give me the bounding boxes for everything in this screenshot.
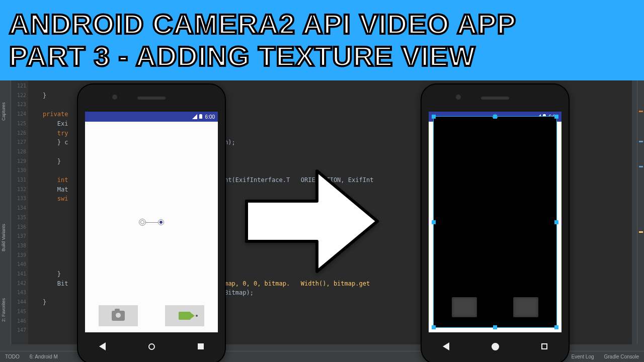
battery-icon: [199, 114, 204, 119]
todo-button[interactable]: TODO: [5, 354, 20, 359]
nav-home-icon[interactable]: [148, 343, 155, 350]
placeholder-button[interactable]: [513, 297, 538, 317]
nav-home-icon[interactable]: [492, 343, 499, 350]
camera-icon: [112, 311, 125, 321]
title-line-2: PART 3 - ADDING TEXTURE VIEW: [9, 40, 644, 72]
resize-handle[interactable]: [554, 115, 558, 119]
phone-screen-after: 6:00: [429, 112, 561, 332]
phone-front-camera: [456, 95, 461, 100]
nav-back-icon[interactable]: [443, 342, 449, 350]
code-line: try: [28, 130, 68, 137]
arrow-icon: [242, 166, 382, 277]
android-monitor-button[interactable]: 6: Android M: [30, 354, 58, 359]
nav-recent-icon[interactable]: [198, 343, 204, 349]
code-line: int: [28, 176, 68, 184]
code-line: }: [28, 158, 61, 165]
phone-speaker: [137, 97, 166, 100]
resize-handle[interactable]: [432, 325, 436, 329]
svg-rect-1: [199, 115, 202, 119]
phone-front-camera: [112, 95, 117, 100]
line-number-gutter: 121 122 123 124 125 126 127 128 129 130 …: [11, 80, 28, 344]
code-line: swi: [28, 195, 68, 202]
code-line: }: [28, 92, 46, 99]
constraint-anchor-icon[interactable]: [158, 219, 164, 225]
title-line-1: ANDROID CAMERA2 API VIDEO APP: [9, 8, 644, 40]
android-nav-bar: [422, 338, 569, 354]
svg-rect-5: [543, 114, 545, 115]
signal-icon: [192, 114, 197, 119]
gradle-console-button[interactable]: Gradle Console: [604, 354, 639, 359]
svg-marker-6: [247, 171, 377, 272]
video-icon: [179, 312, 191, 320]
resize-handle[interactable]: [432, 115, 436, 119]
title-banner: ANDROID CAMERA2 API VIDEO APP PART 3 - A…: [0, 0, 644, 80]
video-button[interactable]: [165, 305, 204, 326]
resize-handle[interactable]: [493, 115, 497, 119]
event-log-button[interactable]: Event Log: [571, 354, 594, 359]
camera-button[interactable]: [99, 305, 138, 326]
resize-handle[interactable]: [554, 220, 558, 224]
code-line: Exi: [28, 120, 68, 127]
svg-marker-0: [192, 114, 197, 119]
resize-handle[interactable]: [493, 325, 497, 329]
phone-preview-after: 6:00: [422, 84, 569, 362]
captures-tab[interactable]: Captures: [1, 102, 6, 121]
texture-view[interactable]: [433, 116, 557, 328]
build-variants-tab[interactable]: Build Variants: [1, 224, 6, 251]
code-line: Bit: [28, 280, 68, 287]
code-line: }: [28, 299, 46, 306]
nav-back-icon[interactable]: [99, 342, 106, 350]
placeholder-button[interactable]: [452, 297, 477, 317]
phone-preview-before: 6:00: [78, 84, 225, 362]
code-line: }: [28, 270, 61, 278]
resize-handle[interactable]: [554, 325, 558, 329]
android-status-bar: 6:00: [85, 112, 218, 122]
resize-handle[interactable]: [432, 220, 436, 224]
code-line: private: [28, 111, 68, 118]
nav-recent-icon[interactable]: [541, 343, 547, 349]
favorites-tab[interactable]: 2: Favorites: [1, 298, 6, 322]
phone-screen-before: 6:00: [85, 112, 218, 332]
svg-rect-2: [200, 114, 202, 115]
editor-scrollbar[interactable]: [637, 80, 644, 344]
code-line: } c: [28, 139, 68, 146]
bottom-button-row: [434, 297, 556, 317]
code-line: Mat: [28, 186, 68, 193]
layout-constraint-widgets[interactable]: [139, 219, 164, 226]
android-nav-bar: [78, 338, 225, 354]
bottom-button-row: [85, 305, 218, 326]
ide-left-toolbar[interactable]: Captures Build Variants 2: Favorites: [0, 80, 11, 344]
constraint-handle-icon[interactable]: [139, 219, 146, 226]
status-time: 6:00: [205, 114, 215, 120]
phone-speaker: [481, 97, 509, 100]
